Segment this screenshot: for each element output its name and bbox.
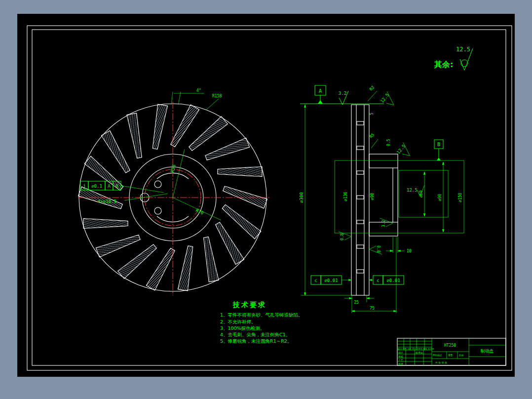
tech-req-item-5: 5、修磨锐角，未注圆角R1～R2。 xyxy=(220,338,292,344)
tech-req-item-4: 4、去毛刺、尖角，未注倒角C1。 xyxy=(220,332,290,337)
runout-left-value: ⌀0.01 xyxy=(324,278,338,283)
tech-req-item-2: 2、不允许补焊。 xyxy=(220,319,256,324)
approve-label: 批准 xyxy=(398,362,403,366)
cad-drawing: R58 R70 4° R158 j ⌀0.1 A B 4×⌀10.5 A xyxy=(0,0,532,399)
dim-dia-vane: ⌀136 xyxy=(343,192,348,201)
dim-thickness-5: 5 xyxy=(370,113,374,115)
gdt-datum-2: B xyxy=(115,184,118,189)
dim-angle: 4° xyxy=(196,88,201,93)
design-label: 设计 xyxy=(398,351,403,354)
runout-right-value: ⌀0.01 xyxy=(386,278,400,283)
gdt-symbol: j xyxy=(83,183,86,189)
roughness-face-left-value: 0.8 xyxy=(340,233,344,240)
dim-holes-note: 4×⌀10.5 xyxy=(98,199,116,204)
tech-requirements-title: 技术要求 xyxy=(232,301,266,309)
dim-overall-width: 75 xyxy=(370,306,375,311)
roughness-bore-value: 12.5 xyxy=(407,188,418,193)
gdt-tolerance: ⌀0.1 xyxy=(91,184,102,189)
standard-label: 标准化 xyxy=(415,351,423,355)
tech-req-item-1: 1、零件不得有夹砂、气孔等铸造缺陷。 xyxy=(220,312,303,318)
dim-dia-flange: ⌀150 xyxy=(458,193,462,202)
process-label: 工艺 xyxy=(398,359,403,361)
datum-b-label: B xyxy=(437,142,440,147)
dim-disc-thickness: 25 xyxy=(354,300,359,305)
roughness-face-right-value: 3.2 xyxy=(381,220,386,227)
dim-dia-outer: ⌀300 xyxy=(299,192,304,203)
dim-hub-depth: 10 xyxy=(407,249,412,253)
rest-label: 其余: xyxy=(434,60,453,69)
gdt-datum-1: A xyxy=(108,184,111,189)
runout-left-symbol: c xyxy=(314,278,317,283)
tech-req-item-3: 3、100%探伤检测。 xyxy=(220,325,265,331)
roughness-face-mid-value: 0.8 xyxy=(376,245,380,253)
material-value: HT250 xyxy=(444,343,456,348)
dim-radius-outer: R158 xyxy=(212,94,222,98)
dim-dia-bolt-circle: ⌀90 xyxy=(438,194,442,201)
rest-roughness-value: 12.5 xyxy=(456,46,470,53)
part-name: 制动盘 xyxy=(481,349,494,354)
dim-dia-bore: ⌀60 xyxy=(419,191,423,198)
roughness-top-value: 3.2 xyxy=(339,91,346,96)
stage-label: 阶段标记 xyxy=(433,354,442,357)
datum-a-label: A xyxy=(319,88,322,94)
check-label: 审核 xyxy=(398,355,403,358)
runout-right-symbol: c xyxy=(377,278,379,283)
cad-application-window: R58 R70 4° R158 j ⌀0.1 A B 4×⌀10.5 A xyxy=(0,0,532,399)
dim-chamfer: 0.5 xyxy=(386,139,391,146)
dim-dia-inner: ⌀98 xyxy=(370,193,375,200)
weight-label: 重量 xyxy=(448,354,453,357)
